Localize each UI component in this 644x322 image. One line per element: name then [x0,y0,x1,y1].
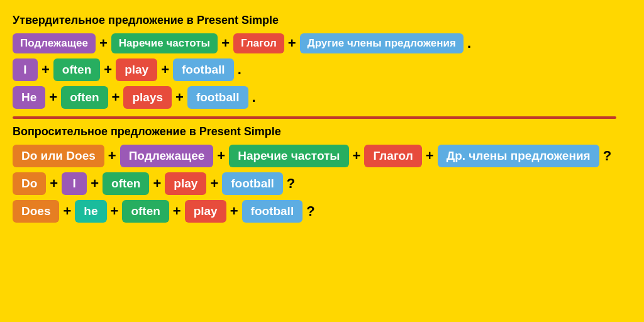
plus-r4-1: + [63,203,71,219]
example-row-2: He + often + plays + football . [13,86,631,109]
section2-title: Вопросительное предложение в Present Sim… [13,125,631,138]
question-r3: ? [287,175,295,192]
plus-r3-4: + [210,175,218,192]
plus-1: + [99,35,108,52]
dot-1: . [467,35,471,52]
chip-verb-label-2: Глагол [364,145,421,167]
chip-often-1: often [53,58,100,81]
plus-r1-1: + [42,62,50,78]
plus-r2-1: + [49,89,57,106]
plus-f2-3: + [353,148,361,164]
plus-f2-2: + [217,148,225,164]
chip-football-2: football [187,86,248,109]
dot-r1: . [238,62,242,78]
chip-play-2: play [165,172,206,195]
chip-subject-label: Подлежащее [13,33,96,53]
plus-f2-1: + [108,148,116,164]
chip-verb-label: Глагол [233,33,284,53]
chip-adverb-label: Наречие частоты [111,33,218,53]
plus-r1-3: + [161,62,169,78]
example-row-3: Do + I + often + play + football ? [13,172,631,195]
plus-r3-2: + [91,175,99,192]
chip-subject-label-2: Подлежащее [120,145,214,167]
chip-does: Does [13,200,59,223]
chip-i: I [13,58,38,81]
chip-play-1: play [116,58,157,81]
plus-r4-2: + [111,203,119,219]
chip-often-2: often [61,86,108,109]
chip-he: He [13,86,45,109]
chip-other-label: Другие члены предложения [300,33,464,53]
question-r4: ? [306,203,314,219]
chip-often-4: often [122,200,169,223]
chip-do: Do [13,172,46,195]
chip-do-does-label: Do или Does [13,145,104,167]
plus-r4-4: + [230,203,238,219]
plus-r1-2: + [104,62,112,78]
plus-3: + [288,35,296,52]
dot-r2: . [252,89,256,106]
example-row-1: I + often + play + football . [13,58,631,81]
plus-r2-2: + [112,89,120,106]
chip-he-2: he [75,200,106,223]
plus-r3-3: + [153,175,161,192]
plus-r2-3: + [175,89,184,106]
chip-often-3: often [103,172,149,195]
example-row-4: Does + he + often + play + football ? [13,200,631,223]
section-divider [13,116,616,119]
chip-play-3: play [185,200,226,223]
chip-football-3: football [222,172,283,195]
chip-football-1: football [173,58,234,81]
chip-football-4: football [242,200,303,223]
plus-2: + [221,35,230,52]
chip-i-2: I [62,172,87,195]
plus-f2-4: + [426,148,434,164]
plus-r3-1: + [50,175,58,192]
plus-r4-3: + [173,203,181,219]
section1-title: Утвердительное предложение в Present Sim… [13,14,631,27]
chip-adverb-label-2: Наречие частоты [229,145,348,167]
chip-other-label-2: Др. члены предложения [438,145,599,167]
chip-plays: plays [123,86,172,109]
question-f2: ? [603,148,611,164]
formula-row-1: Подлежащее + Наречие частоты + Глагол + … [13,33,631,53]
formula-row-2: Do или Does + Подлежащее + Наречие часто… [13,145,631,167]
